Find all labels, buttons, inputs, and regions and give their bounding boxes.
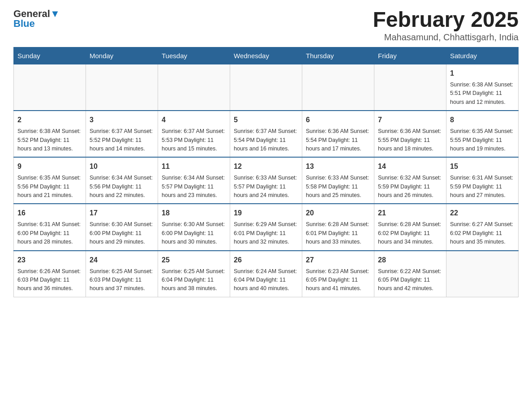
table-row: 17Sunrise: 6:30 AM Sunset: 6:00 PM Dayli… bbox=[86, 204, 158, 250]
day-number: 28 bbox=[378, 255, 442, 265]
table-row: 4Sunrise: 6:37 AM Sunset: 5:53 PM Daylig… bbox=[158, 111, 230, 157]
day-info: Sunrise: 6:37 AM Sunset: 5:54 PM Dayligh… bbox=[234, 127, 298, 153]
table-row: 11Sunrise: 6:34 AM Sunset: 5:57 PM Dayli… bbox=[158, 157, 230, 204]
table-row: 13Sunrise: 6:33 AM Sunset: 5:58 PM Dayli… bbox=[302, 157, 374, 204]
day-info: Sunrise: 6:35 AM Sunset: 5:56 PM Dayligh… bbox=[17, 174, 82, 200]
col-tuesday: Tuesday bbox=[158, 47, 230, 64]
calendar-table: Sunday Monday Tuesday Wednesday Thursday… bbox=[13, 47, 519, 297]
day-number: 24 bbox=[90, 255, 154, 265]
col-thursday: Thursday bbox=[302, 47, 374, 64]
logo-blue: Blue bbox=[13, 18, 35, 30]
table-row: 2Sunrise: 6:38 AM Sunset: 5:52 PM Daylig… bbox=[14, 111, 86, 157]
table-row bbox=[446, 251, 519, 297]
day-info: Sunrise: 6:23 AM Sunset: 6:05 PM Dayligh… bbox=[306, 267, 370, 293]
day-info: Sunrise: 6:38 AM Sunset: 5:51 PM Dayligh… bbox=[450, 81, 515, 107]
day-number: 10 bbox=[90, 161, 154, 172]
day-number: 4 bbox=[162, 115, 226, 125]
day-number: 15 bbox=[450, 161, 515, 172]
day-info: Sunrise: 6:35 AM Sunset: 5:55 PM Dayligh… bbox=[450, 127, 515, 153]
day-number: 6 bbox=[306, 115, 370, 125]
day-info: Sunrise: 6:28 AM Sunset: 6:01 PM Dayligh… bbox=[306, 220, 370, 246]
table-row bbox=[302, 64, 374, 111]
day-info: Sunrise: 6:30 AM Sunset: 6:00 PM Dayligh… bbox=[90, 220, 154, 246]
logo-arrow-icon: ▼ bbox=[50, 8, 60, 19]
table-row: 10Sunrise: 6:34 AM Sunset: 5:56 PM Dayli… bbox=[86, 157, 158, 204]
table-row: 6Sunrise: 6:36 AM Sunset: 5:54 PM Daylig… bbox=[302, 111, 374, 157]
col-saturday: Saturday bbox=[446, 47, 519, 64]
day-info: Sunrise: 6:31 AM Sunset: 5:59 PM Dayligh… bbox=[450, 174, 515, 200]
day-number: 17 bbox=[90, 208, 154, 218]
day-info: Sunrise: 6:26 AM Sunset: 6:03 PM Dayligh… bbox=[17, 267, 82, 293]
day-number: 25 bbox=[162, 255, 226, 265]
table-row: 16Sunrise: 6:31 AM Sunset: 6:00 PM Dayli… bbox=[14, 204, 86, 250]
day-number: 22 bbox=[450, 208, 515, 218]
day-number: 7 bbox=[378, 115, 442, 125]
day-info: Sunrise: 6:28 AM Sunset: 6:02 PM Dayligh… bbox=[378, 220, 442, 246]
table-row: 14Sunrise: 6:32 AM Sunset: 5:59 PM Dayli… bbox=[374, 157, 446, 204]
table-row: 22Sunrise: 6:27 AM Sunset: 6:02 PM Dayli… bbox=[446, 204, 519, 250]
col-wednesday: Wednesday bbox=[230, 47, 302, 64]
table-row: 18Sunrise: 6:30 AM Sunset: 6:00 PM Dayli… bbox=[158, 204, 230, 250]
table-row: 25Sunrise: 6:25 AM Sunset: 6:04 PM Dayli… bbox=[158, 251, 230, 297]
day-info: Sunrise: 6:33 AM Sunset: 5:57 PM Dayligh… bbox=[234, 174, 298, 200]
table-row: 15Sunrise: 6:31 AM Sunset: 5:59 PM Dayli… bbox=[446, 157, 519, 204]
table-row: 27Sunrise: 6:23 AM Sunset: 6:05 PM Dayli… bbox=[302, 251, 374, 297]
table-row: 26Sunrise: 6:24 AM Sunset: 6:04 PM Dayli… bbox=[230, 251, 302, 297]
day-number: 8 bbox=[450, 115, 515, 125]
table-row: 3Sunrise: 6:37 AM Sunset: 5:52 PM Daylig… bbox=[86, 111, 158, 157]
day-info: Sunrise: 6:31 AM Sunset: 6:00 PM Dayligh… bbox=[17, 220, 82, 246]
day-number: 11 bbox=[162, 161, 226, 172]
day-info: Sunrise: 6:34 AM Sunset: 5:56 PM Dayligh… bbox=[90, 174, 154, 200]
day-info: Sunrise: 6:25 AM Sunset: 6:03 PM Dayligh… bbox=[90, 267, 154, 293]
month-title: February 2025 bbox=[373, 9, 519, 30]
table-row: 21Sunrise: 6:28 AM Sunset: 6:02 PM Dayli… bbox=[374, 204, 446, 250]
day-info: Sunrise: 6:27 AM Sunset: 6:02 PM Dayligh… bbox=[450, 220, 515, 246]
table-row bbox=[230, 64, 302, 111]
day-number: 5 bbox=[234, 115, 298, 125]
day-info: Sunrise: 6:36 AM Sunset: 5:55 PM Dayligh… bbox=[378, 127, 442, 153]
table-row: 19Sunrise: 6:29 AM Sunset: 6:01 PM Dayli… bbox=[230, 204, 302, 250]
table-row: 9Sunrise: 6:35 AM Sunset: 5:56 PM Daylig… bbox=[14, 157, 86, 204]
day-info: Sunrise: 6:36 AM Sunset: 5:54 PM Dayligh… bbox=[306, 127, 370, 153]
page-header: General▼ Blue February 2025 Mahasamund, … bbox=[13, 9, 519, 43]
table-row: 28Sunrise: 6:22 AM Sunset: 6:05 PM Dayli… bbox=[374, 251, 446, 297]
col-sunday: Sunday bbox=[14, 47, 86, 64]
day-info: Sunrise: 6:38 AM Sunset: 5:52 PM Dayligh… bbox=[17, 127, 82, 153]
logo: General▼ Blue bbox=[13, 9, 60, 30]
day-info: Sunrise: 6:37 AM Sunset: 5:53 PM Dayligh… bbox=[162, 127, 226, 153]
day-info: Sunrise: 6:32 AM Sunset: 5:59 PM Dayligh… bbox=[378, 174, 442, 200]
day-number: 27 bbox=[306, 255, 370, 265]
col-monday: Monday bbox=[86, 47, 158, 64]
day-number: 1 bbox=[450, 68, 515, 79]
table-row: 1Sunrise: 6:38 AM Sunset: 5:51 PM Daylig… bbox=[446, 64, 519, 111]
table-row bbox=[374, 64, 446, 111]
table-row bbox=[158, 64, 230, 111]
col-friday: Friday bbox=[374, 47, 446, 64]
table-row bbox=[14, 64, 86, 111]
day-info: Sunrise: 6:29 AM Sunset: 6:01 PM Dayligh… bbox=[234, 220, 298, 246]
table-row bbox=[86, 64, 158, 111]
day-number: 13 bbox=[306, 161, 370, 172]
calendar-header-row: Sunday Monday Tuesday Wednesday Thursday… bbox=[14, 47, 519, 64]
day-number: 18 bbox=[162, 208, 226, 218]
table-row: 5Sunrise: 6:37 AM Sunset: 5:54 PM Daylig… bbox=[230, 111, 302, 157]
table-row: 24Sunrise: 6:25 AM Sunset: 6:03 PM Dayli… bbox=[86, 251, 158, 297]
day-number: 14 bbox=[378, 161, 442, 172]
day-number: 9 bbox=[17, 161, 82, 172]
day-info: Sunrise: 6:37 AM Sunset: 5:52 PM Dayligh… bbox=[90, 127, 154, 153]
table-row: 12Sunrise: 6:33 AM Sunset: 5:57 PM Dayli… bbox=[230, 157, 302, 204]
location: Mahasamund, Chhattisgarh, India bbox=[373, 32, 519, 43]
table-row: 23Sunrise: 6:26 AM Sunset: 6:03 PM Dayli… bbox=[14, 251, 86, 297]
title-area: February 2025 Mahasamund, Chhattisgarh, … bbox=[373, 9, 519, 43]
logo-general: General▼ bbox=[13, 9, 60, 19]
day-info: Sunrise: 6:24 AM Sunset: 6:04 PM Dayligh… bbox=[234, 267, 298, 293]
table-row: 7Sunrise: 6:36 AM Sunset: 5:55 PM Daylig… bbox=[374, 111, 446, 157]
day-number: 26 bbox=[234, 255, 298, 265]
table-row: 8Sunrise: 6:35 AM Sunset: 5:55 PM Daylig… bbox=[446, 111, 519, 157]
day-info: Sunrise: 6:30 AM Sunset: 6:00 PM Dayligh… bbox=[162, 220, 226, 246]
day-number: 16 bbox=[17, 208, 82, 218]
day-number: 23 bbox=[17, 255, 82, 265]
day-info: Sunrise: 6:33 AM Sunset: 5:58 PM Dayligh… bbox=[306, 174, 370, 200]
table-row: 20Sunrise: 6:28 AM Sunset: 6:01 PM Dayli… bbox=[302, 204, 374, 250]
day-number: 3 bbox=[90, 115, 154, 125]
